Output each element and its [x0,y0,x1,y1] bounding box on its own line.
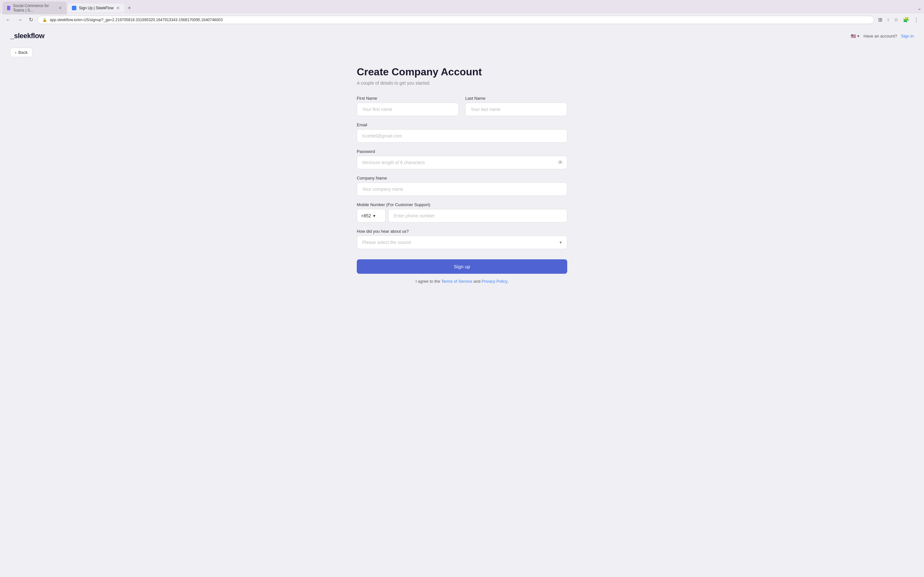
new-tab-button[interactable]: + [125,4,134,12]
email-label: Email [357,122,567,127]
page-title: Create Company Account [357,66,567,78]
share-button[interactable]: ↑ [885,16,891,24]
email-input[interactable] [357,129,567,143]
chevron-left-icon: ‹ [15,50,16,55]
form-subtitle: A couple of details to get you started. [357,81,567,85]
chevron-down-icon: ▾ [559,240,562,245]
company-name-label: Company Name [357,176,567,181]
back-nav-button[interactable]: ← [4,16,13,24]
bookmark-button[interactable]: ☆ [893,15,900,24]
signup-button[interactable]: Sign up [357,259,567,274]
terms-and: and [472,279,481,284]
tab-signup[interactable]: Sign Up | SleekFlow ✕ [67,3,124,13]
sign-in-link[interactable]: Sign in [901,34,914,39]
privacy-policy-link[interactable]: Privacy Policy [481,279,507,284]
tab-favicon-1 [7,6,10,10]
terms-suffix: . [507,279,509,284]
country-code-value: +852 [361,213,371,218]
app-header: _sleekflow 🇺🇸 ▾ Have an account? Sign in [0,27,924,45]
last-name-input[interactable] [465,103,567,116]
logo-text: _sleekflow [10,32,44,40]
source-dropdown[interactable]: Please select the source ▾ [357,235,567,249]
source-label: How did you hear about us? [357,229,567,234]
country-code-selector[interactable]: +852 ▾ [357,209,386,222]
tab-favicon-2 [72,6,76,10]
tab-close-2[interactable]: ✕ [116,5,120,11]
company-name-input[interactable] [357,182,567,196]
mobile-number-label: Mobile Number (For Customer Support) [357,202,567,207]
terms-of-service-link[interactable]: Terms of Service [441,279,472,284]
back-button[interactable]: ‹ Back [10,48,32,57]
first-name-input[interactable] [357,103,459,116]
forward-nav-button[interactable]: → [15,16,24,24]
terms-text: I agree to the Terms of Service and Priv… [357,279,567,284]
reload-button[interactable]: ↻ [27,15,35,24]
address-bar[interactable]: 🔒 app.sleekflow.io/en-US/signup?_ga=2.21… [37,16,874,24]
back-button-label: Back [18,50,27,55]
chevron-down-icon: ▾ [373,213,375,218]
source-placeholder: Please select the source [362,240,411,245]
logo[interactable]: _sleekflow [10,32,44,40]
tab-social-commerce[interactable]: Social Commerce for Teams | S... ✕ [3,2,67,15]
address-text: app.sleekflow.io/en-US/signup?_ga=2.2197… [50,18,869,22]
password-input[interactable] [357,156,567,169]
lock-icon: 🔒 [42,18,47,22]
translate-button[interactable]: ⊞ [877,15,884,24]
password-label: Password [357,149,567,154]
last-name-label: Last Name [465,96,567,101]
chevron-down-icon: ▾ [857,34,859,39]
phone-input[interactable] [388,209,567,222]
toggle-password-button[interactable]: 👁 [557,159,564,166]
terms-prefix: I agree to the [415,279,441,284]
tab-list-button[interactable]: ⌄ [917,5,921,11]
tab-close-1[interactable]: ✕ [58,5,62,11]
tab-label-1: Social Commerce for Teams | S... [13,3,56,13]
have-account-text: Have an account? [863,34,897,39]
flag-icon: 🇺🇸 [851,34,856,39]
language-selector[interactable]: 🇺🇸 ▾ [851,34,859,39]
extension-button[interactable]: 🧩 [901,15,911,24]
eye-icon: 👁 [557,159,564,166]
menu-button[interactable]: ⋮ [913,15,920,24]
first-name-label: First Name [357,96,459,101]
tab-label-2: Sign Up | SleekFlow [79,6,113,10]
